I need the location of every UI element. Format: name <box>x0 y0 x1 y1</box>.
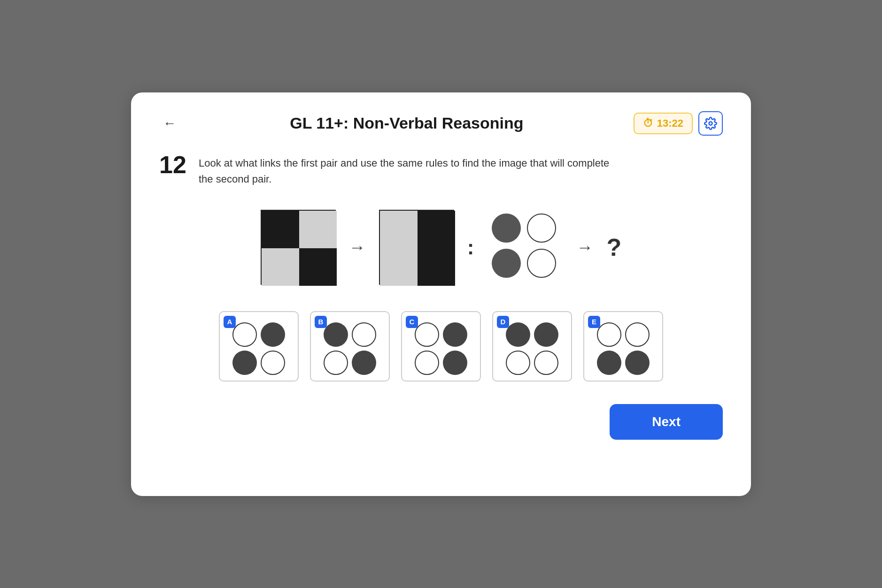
opt-b-c2 <box>352 322 376 347</box>
first-grid <box>261 210 336 285</box>
opt-e-c3 <box>597 351 621 375</box>
arrow-1: → <box>349 237 366 257</box>
opt-a-c1 <box>232 322 257 347</box>
gear-icon <box>704 117 717 130</box>
opt-b-c3 <box>324 351 348 375</box>
header-right: ⏱ 13:22 <box>634 111 723 136</box>
option-b-label: B <box>315 316 327 328</box>
opt-b-c4 <box>352 351 376 375</box>
settings-button[interactable] <box>698 111 723 136</box>
opt-a-c2 <box>261 322 285 347</box>
grid-cell-3 <box>262 248 299 286</box>
next-button[interactable]: Next <box>610 404 723 440</box>
question-row: 12 Look at what links the first pair and… <box>159 153 723 187</box>
colon-symbol: : <box>467 237 475 258</box>
question-text: Look at what links the first pair and us… <box>199 153 621 187</box>
opt-e-c1 <box>597 322 621 347</box>
option-a-label: A <box>224 316 236 328</box>
grid-cell-6 <box>418 211 455 248</box>
timer-badge: ⏱ 13:22 <box>634 113 693 134</box>
option-c-label: C <box>406 316 418 328</box>
opt-c-c4 <box>443 351 467 375</box>
puzzle-area: → : → ? <box>159 210 723 285</box>
timer-icon: ⏱ <box>643 117 653 130</box>
opt-a-c3 <box>232 351 257 375</box>
main-card: ← GL 11+: Non-Verbal Reasoning ⏱ 13:22 1… <box>131 92 751 496</box>
grid-cell-2 <box>299 211 337 248</box>
option-b[interactable]: B <box>310 311 390 382</box>
question-mark: ? <box>606 233 621 261</box>
circle-1 <box>492 214 521 243</box>
second-grid <box>379 210 454 285</box>
opt-d-c1 <box>506 322 530 347</box>
circle-3 <box>492 249 521 278</box>
opt-b-c1 <box>324 322 348 347</box>
opt-c-c2 <box>443 322 467 347</box>
circle-4 <box>527 249 556 278</box>
option-e-label: E <box>588 316 600 328</box>
opt-a-c4 <box>261 351 285 375</box>
grid-cell-4 <box>299 248 337 286</box>
page-title: GL 11+: Non-Verbal Reasoning <box>180 114 634 132</box>
arrow-2: → <box>576 237 593 257</box>
back-button[interactable]: ← <box>159 114 180 133</box>
third-item-circles <box>488 210 563 285</box>
grid-cell-8 <box>418 248 455 286</box>
grid-cell-7 <box>380 248 418 286</box>
opt-d-c3 <box>506 351 530 375</box>
opt-c-c3 <box>415 351 439 375</box>
timer-value: 13:22 <box>657 117 683 130</box>
option-e[interactable]: E <box>583 311 663 382</box>
option-c[interactable]: C <box>401 311 481 382</box>
svg-point-0 <box>709 122 712 125</box>
next-btn-row: Next <box>159 404 723 440</box>
opt-d-c2 <box>534 322 558 347</box>
option-a[interactable]: A <box>219 311 299 382</box>
option-d-label: D <box>497 316 509 328</box>
option-d[interactable]: D <box>492 311 572 382</box>
opt-c-c1 <box>415 322 439 347</box>
question-number: 12 <box>159 153 187 177</box>
opt-d-c4 <box>534 351 558 375</box>
options-row: A B C <box>159 311 723 382</box>
circle-2 <box>527 214 556 243</box>
header: ← GL 11+: Non-Verbal Reasoning ⏱ 13:22 <box>159 111 723 136</box>
opt-e-c4 <box>625 351 650 375</box>
grid-cell-1 <box>262 211 299 248</box>
opt-e-c2 <box>625 322 650 347</box>
grid-cell-5 <box>380 211 418 248</box>
